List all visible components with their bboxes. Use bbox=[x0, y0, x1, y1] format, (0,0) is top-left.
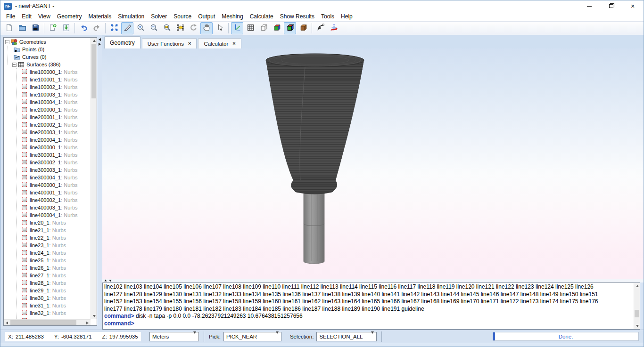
tree-node-line30_1[interactable]: line30_1 : Nurbs bbox=[4, 294, 90, 302]
tree-node-line300002_1[interactable]: line300002_1 : Nurbs bbox=[4, 159, 90, 166]
tree-node-line200000_1[interactable]: line200000_1 : Nurbs bbox=[4, 106, 90, 113]
scroll-right-arrow[interactable] bbox=[84, 320, 91, 326]
curve-tool-button[interactable] bbox=[314, 22, 327, 34]
menu-help[interactable]: Help bbox=[338, 12, 356, 21]
collapse-expander[interactable] bbox=[5, 40, 9, 44]
open-project-button[interactable] bbox=[16, 22, 28, 34]
tree-node-line20_1[interactable]: line20_1 : Nurbs bbox=[4, 219, 90, 226]
fit-view-button[interactable] bbox=[108, 22, 120, 34]
menu-tools[interactable]: Tools bbox=[318, 12, 338, 21]
scrollbar-thumb[interactable] bbox=[91, 44, 96, 98]
select-cursor-button[interactable] bbox=[214, 22, 226, 34]
show-axes-button[interactable] bbox=[231, 22, 243, 34]
tab-close-icon[interactable]: × bbox=[232, 41, 235, 46]
tree-node-line300000_1[interactable]: line300000_1 : Nurbs bbox=[4, 144, 90, 151]
tree-node-surfaces-386[interactable]: Surfaces (386) bbox=[4, 61, 90, 68]
panel-splitter[interactable] bbox=[98, 35, 102, 330]
menu-geometry[interactable]: Geometry bbox=[54, 12, 85, 21]
console-splitter[interactable] bbox=[102, 279, 644, 282]
selection-mode-select[interactable]: SELECTION_ALL bbox=[316, 332, 377, 341]
expand-up-icon[interactable] bbox=[105, 280, 107, 282]
menu-file[interactable]: File bbox=[3, 12, 18, 21]
tree-node-line100003_1[interactable]: line100003_1 : Nurbs bbox=[4, 91, 90, 98]
menu-view[interactable]: View bbox=[35, 12, 54, 21]
tree-node-line31_1[interactable]: line31_1 : Nurbs bbox=[4, 302, 90, 309]
zoom-in-button[interactable] bbox=[134, 22, 147, 34]
surface-normal-tool-button[interactable] bbox=[328, 22, 340, 34]
menu-show-results[interactable]: Show Results bbox=[277, 12, 318, 21]
pan-view-button[interactable] bbox=[200, 22, 213, 34]
show-grid-button[interactable] bbox=[244, 22, 256, 34]
scroll-down-arrow[interactable] bbox=[91, 313, 97, 319]
tree-node-line32_1[interactable]: line32_1 : Nurbs bbox=[4, 309, 90, 317]
units-select[interactable]: Meters bbox=[149, 332, 199, 341]
redo-button[interactable] bbox=[91, 22, 103, 34]
tree-node-line33_1[interactable]: line33_1 : Nurbs bbox=[4, 317, 90, 319]
scrollbar-thumb[interactable] bbox=[635, 310, 639, 317]
tree-node-line300003_1[interactable]: line300003_1 : Nurbs bbox=[4, 166, 90, 174]
tree-node-line22_1[interactable]: line22_1 : Nurbs bbox=[4, 234, 90, 242]
tab-calculator[interactable]: Calculator× bbox=[198, 38, 241, 48]
command-console[interactable]: line102 line103 line104 line105 line106 … bbox=[102, 282, 640, 330]
collapse-left-icon[interactable] bbox=[99, 38, 101, 41]
scroll-up-arrow[interactable] bbox=[634, 283, 640, 289]
add-geometry-button[interactable] bbox=[47, 22, 59, 34]
tree-node-line400002_1[interactable]: line400002_1 : Nurbs bbox=[4, 196, 90, 204]
scroll-down-arrow[interactable] bbox=[634, 323, 640, 329]
tree-node-line25_1[interactable]: line25_1 : Nurbs bbox=[4, 257, 90, 264]
tree-node-line100000_1[interactable]: line100000_1 : Nurbs bbox=[4, 68, 90, 76]
tree-node-points-0[interactable]: Points (0) bbox=[4, 46, 90, 53]
maximize-button[interactable] bbox=[600, 0, 622, 12]
collapse-expander[interactable] bbox=[12, 63, 17, 67]
close-button[interactable]: × bbox=[622, 0, 644, 12]
scroll-left-arrow[interactable] bbox=[4, 320, 10, 326]
perspective-view-button[interactable] bbox=[121, 22, 133, 34]
tree-node-line200002_1[interactable]: line200002_1 : Nurbs bbox=[4, 121, 90, 129]
tree-node-line24_1[interactable]: line24_1 : Nurbs bbox=[4, 249, 90, 257]
textured-view-button[interactable] bbox=[297, 22, 309, 34]
save-button[interactable] bbox=[29, 22, 41, 34]
viewport-3d[interactable] bbox=[102, 48, 644, 279]
tree-node-line300001_1[interactable]: line300001_1 : Nurbs bbox=[4, 151, 90, 159]
tree-node-line100002_1[interactable]: line100002_1 : Nurbs bbox=[4, 83, 90, 91]
tree-node-line21_1[interactable]: line21_1 : Nurbs bbox=[4, 226, 90, 234]
tree-node-line27_1[interactable]: line27_1 : Nurbs bbox=[4, 272, 90, 279]
tree-node-line200003_1[interactable]: line200003_1 : Nurbs bbox=[4, 129, 90, 136]
tree-node-curves-0[interactable]: Curves (0) bbox=[4, 53, 90, 61]
tree-node-line200004_1[interactable]: line200004_1 : Nurbs bbox=[4, 136, 90, 144]
import-geometry-button[interactable] bbox=[60, 22, 72, 34]
tree-node-line400004_1[interactable]: line400004_1 : Nurbs bbox=[4, 211, 90, 219]
rotate-view-button[interactable] bbox=[187, 22, 199, 34]
tree-horizontal-scrollbar[interactable] bbox=[4, 319, 91, 325]
tab-close-icon[interactable]: × bbox=[188, 41, 191, 46]
menu-output[interactable]: Output bbox=[195, 12, 218, 21]
console-scrollbar[interactable] bbox=[634, 283, 640, 329]
zoom-out-button[interactable] bbox=[148, 22, 160, 34]
scrollbar-thumb[interactable] bbox=[10, 320, 76, 325]
tree-node-line300004_1[interactable]: line300004_1 : Nurbs bbox=[4, 174, 90, 181]
undo-button[interactable] bbox=[77, 22, 90, 34]
tab-user-functions[interactable]: User Functions× bbox=[142, 38, 197, 48]
tree-node-line26_1[interactable]: line26_1 : Nurbs bbox=[4, 264, 90, 272]
menu-source[interactable]: Source bbox=[170, 12, 195, 21]
menu-solver[interactable]: Solver bbox=[148, 12, 170, 21]
tree-vertical-scrollbar[interactable] bbox=[91, 38, 97, 319]
tab-geometry[interactable]: Geometry bbox=[104, 36, 140, 48]
tree-node-line28_1[interactable]: line28_1 : Nurbs bbox=[4, 279, 90, 287]
expand-right-icon[interactable] bbox=[99, 43, 101, 46]
solid-view-button[interactable] bbox=[271, 22, 283, 34]
wireframe-view-button[interactable] bbox=[257, 22, 270, 34]
tree-node-line23_1[interactable]: line23_1 : Nurbs bbox=[4, 242, 90, 249]
solid-wireframe-view-button[interactable] bbox=[284, 22, 296, 34]
collapse-down-icon[interactable] bbox=[109, 280, 112, 282]
minimize-button[interactable] bbox=[578, 0, 600, 12]
tree-node-geometries[interactable]: Geometries bbox=[4, 38, 90, 46]
tree-node-line400003_1[interactable]: line400003_1 : Nurbs bbox=[4, 204, 90, 211]
tree-node-line200001_1[interactable]: line200001_1 : Nurbs bbox=[4, 113, 90, 121]
swap-view-button[interactable] bbox=[174, 22, 186, 34]
scroll-up-arrow[interactable] bbox=[91, 38, 97, 44]
menu-materials[interactable]: Materials bbox=[85, 12, 115, 21]
zoom-window-button[interactable] bbox=[161, 22, 173, 34]
pick-mode-select[interactable]: PICK_NEAR bbox=[223, 332, 281, 341]
tree-node-line400000_1[interactable]: line400000_1 : Nurbs bbox=[4, 181, 90, 189]
